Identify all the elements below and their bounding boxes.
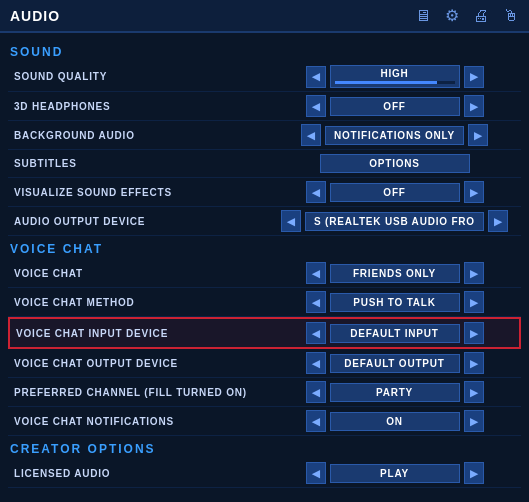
value-display-sound-quality: HIGH — [330, 65, 460, 88]
setting-control-background-audio: ◀NOTIFICATIONS ONLY▶ — [270, 124, 519, 146]
setting-control-voice-chat: ◀FRIENDS ONLY▶ — [270, 262, 519, 284]
setting-row-voice-chat-notifications: VOICE CHAT NOTIFICATIONS◀ON▶ — [8, 407, 521, 436]
left-arrow-background-audio[interactable]: ◀ — [301, 124, 321, 146]
value-display-voice-chat: FRIENDS ONLY — [330, 264, 460, 283]
setting-row-audio-output-device: AUDIO OUTPUT DEVICE◀S (REALTEK USB AUDIO… — [8, 207, 521, 236]
setting-label-audio-output-device: AUDIO OUTPUT DEVICE — [10, 216, 270, 227]
setting-row-licensed-audio: LICENSED AUDIO◀PLAY▶ — [8, 459, 521, 488]
right-arrow-voice-chat-method[interactable]: ▶ — [464, 291, 484, 313]
section-header-creator-options: CREATOR OPTIONS — [8, 436, 521, 459]
setting-label-visualize-sound-effects: VISUALIZE SOUND EFFECTS — [10, 187, 270, 198]
right-arrow-voice-chat-input-device[interactable]: ▶ — [464, 322, 484, 344]
setting-label-preferred-channel: PREFERRED CHANNEL (FILL TURNED ON) — [10, 387, 270, 398]
setting-control-subtitles: OPTIONS — [270, 154, 519, 173]
value-display-voice-chat-method: PUSH TO TALK — [330, 293, 460, 312]
gear-icon[interactable]: ⚙ — [445, 6, 459, 25]
setting-control-visualize-sound-effects: ◀OFF▶ — [270, 181, 519, 203]
right-arrow-voice-chat[interactable]: ▶ — [464, 262, 484, 284]
left-arrow-voice-chat-input-device[interactable]: ◀ — [306, 322, 326, 344]
top-bar: AUDIO 🖥 ⚙ 🖨 🖱 — [0, 0, 529, 33]
setting-row-voice-chat-output-device: VOICE CHAT OUTPUT DEVICE◀DEFAULT OUTPUT▶ — [8, 349, 521, 378]
right-arrow-voice-chat-output-device[interactable]: ▶ — [464, 352, 484, 374]
section-header-voice-chat: VOICE CHAT — [8, 236, 521, 259]
setting-row-voice-chat-method: VOICE CHAT METHOD◀PUSH TO TALK▶ — [8, 288, 521, 317]
left-arrow-preferred-channel[interactable]: ◀ — [306, 381, 326, 403]
setting-control-preferred-channel: ◀PARTY▶ — [270, 381, 519, 403]
value-display-voice-chat-input-device: DEFAULT INPUT — [330, 324, 460, 343]
left-arrow-voice-chat-method[interactable]: ◀ — [306, 291, 326, 313]
setting-label-voice-chat-notifications: VOICE CHAT NOTIFICATIONS — [10, 416, 270, 427]
setting-row-3d-headphones: 3D HEADPHONES◀OFF▶ — [8, 92, 521, 121]
value-display-background-audio: NOTIFICATIONS ONLY — [325, 126, 464, 145]
right-arrow-3d-headphones[interactable]: ▶ — [464, 95, 484, 117]
setting-row-visualize-sound-effects: VISUALIZE SOUND EFFECTS◀OFF▶ — [8, 178, 521, 207]
left-arrow-voice-chat-output-device[interactable]: ◀ — [306, 352, 326, 374]
setting-control-audio-output-device: ◀S (REALTEK USB AUDIO FRO▶ — [270, 210, 519, 232]
setting-label-voice-chat: VOICE CHAT — [10, 268, 270, 279]
setting-row-preferred-channel: PREFERRED CHANNEL (FILL TURNED ON)◀PARTY… — [8, 378, 521, 407]
right-arrow-background-audio[interactable]: ▶ — [468, 124, 488, 146]
monitor-icon[interactable]: 🖥 — [415, 7, 431, 25]
right-arrow-preferred-channel[interactable]: ▶ — [464, 381, 484, 403]
setting-control-3d-headphones: ◀OFF▶ — [270, 95, 519, 117]
value-display-3d-headphones: OFF — [330, 97, 460, 116]
left-arrow-licensed-audio[interactable]: ◀ — [306, 462, 326, 484]
value-display-voice-chat-output-device: DEFAULT OUTPUT — [330, 354, 460, 373]
setting-control-voice-chat-notifications: ◀ON▶ — [270, 410, 519, 432]
display-icon[interactable]: 🖨 — [473, 7, 489, 25]
value-display-voice-chat-notifications: ON — [330, 412, 460, 431]
left-arrow-3d-headphones[interactable]: ◀ — [306, 95, 326, 117]
settings-content: SOUNDSOUND QUALITY◀HIGH▶3D HEADPHONES◀OF… — [0, 33, 529, 501]
setting-row-voice-chat-input-device: VOICE CHAT INPUT DEVICE◀DEFAULT INPUT▶ — [8, 317, 521, 349]
setting-label-voice-chat-method: VOICE CHAT METHOD — [10, 297, 270, 308]
setting-row-subtitles: SUBTITLESOPTIONS — [8, 150, 521, 178]
setting-label-licensed-audio: LICENSED AUDIO — [10, 468, 270, 479]
setting-control-voice-chat-method: ◀PUSH TO TALK▶ — [270, 291, 519, 313]
options-button-subtitles[interactable]: OPTIONS — [320, 154, 470, 173]
cursor-icon[interactable]: 🖱 — [503, 7, 519, 25]
setting-control-voice-chat-output-device: ◀DEFAULT OUTPUT▶ — [270, 352, 519, 374]
setting-row-voice-chat: VOICE CHAT◀FRIENDS ONLY▶ — [8, 259, 521, 288]
setting-control-licensed-audio: ◀PLAY▶ — [270, 462, 519, 484]
setting-label-voice-chat-input-device: VOICE CHAT INPUT DEVICE — [12, 328, 272, 339]
left-arrow-voice-chat[interactable]: ◀ — [306, 262, 326, 284]
setting-row-sound-quality: SOUND QUALITY◀HIGH▶ — [8, 62, 521, 92]
left-arrow-audio-output-device[interactable]: ◀ — [281, 210, 301, 232]
page-title: AUDIO — [10, 8, 415, 24]
setting-label-background-audio: BACKGROUND AUDIO — [10, 130, 270, 141]
value-display-licensed-audio: PLAY — [330, 464, 460, 483]
right-arrow-visualize-sound-effects[interactable]: ▶ — [464, 181, 484, 203]
setting-label-sound-quality: SOUND QUALITY — [10, 71, 270, 82]
right-arrow-audio-output-device[interactable]: ▶ — [488, 210, 508, 232]
setting-control-sound-quality: ◀HIGH▶ — [270, 65, 519, 88]
value-display-preferred-channel: PARTY — [330, 383, 460, 402]
value-display-audio-output-device: S (REALTEK USB AUDIO FRO — [305, 212, 484, 231]
value-display-visualize-sound-effects: OFF — [330, 183, 460, 202]
setting-row-background-audio: BACKGROUND AUDIO◀NOTIFICATIONS ONLY▶ — [8, 121, 521, 150]
right-arrow-licensed-audio[interactable]: ▶ — [464, 462, 484, 484]
setting-label-voice-chat-output-device: VOICE CHAT OUTPUT DEVICE — [10, 358, 270, 369]
setting-label-subtitles: SUBTITLES — [10, 158, 270, 169]
left-arrow-visualize-sound-effects[interactable]: ◀ — [306, 181, 326, 203]
right-arrow-sound-quality[interactable]: ▶ — [464, 66, 484, 88]
left-arrow-voice-chat-notifications[interactable]: ◀ — [306, 410, 326, 432]
left-arrow-sound-quality[interactable]: ◀ — [306, 66, 326, 88]
setting-label-3d-headphones: 3D HEADPHONES — [10, 101, 270, 112]
setting-control-voice-chat-input-device: ◀DEFAULT INPUT▶ — [272, 322, 517, 344]
section-header-sound: SOUND — [8, 39, 521, 62]
right-arrow-voice-chat-notifications[interactable]: ▶ — [464, 410, 484, 432]
